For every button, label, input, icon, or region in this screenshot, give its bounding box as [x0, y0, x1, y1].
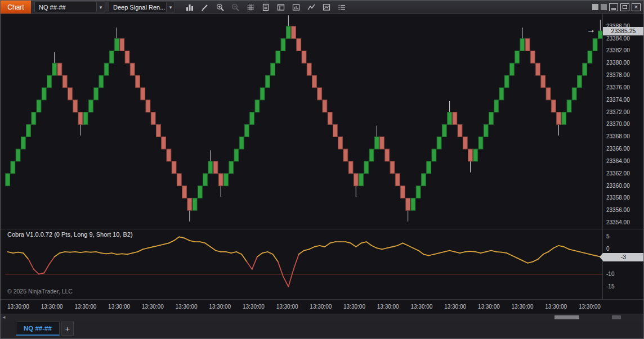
bartype-selector[interactable]: Deep Signal Ren... ▾ [109, 2, 175, 12]
price-tick-label: 23372.00 [606, 109, 630, 116]
close-button[interactable]: × [632, 3, 641, 11]
time-label: 13:30:00 [142, 304, 164, 310]
pencil-icon [200, 3, 209, 12]
minimize-icon [611, 8, 616, 10]
time-label: 13:30:00 [410, 304, 432, 310]
instrument-selector[interactable]: NQ ##-## ▾ [34, 2, 105, 12]
price-tick-label: 23358.00 [606, 195, 630, 201]
time-label: 13:30:00 [343, 304, 365, 310]
tab-nq[interactable]: NQ ##-## [16, 322, 60, 336]
zoom-in-icon [216, 3, 225, 12]
close-icon: × [634, 4, 638, 10]
data-panel-button[interactable] [273, 1, 288, 13]
chart-window-icon [292, 3, 301, 12]
indicators-button[interactable] [319, 1, 334, 13]
chevron-down-icon: ▾ [96, 2, 105, 12]
time-label: 13:30:00 [545, 304, 567, 310]
time-label: 13:30:00 [243, 304, 265, 310]
interval-link-button[interactable] [601, 4, 607, 10]
indicator-panel: Cobra V1.0.0.72 (0 Pts, Long 9, Short 10… [5, 229, 603, 299]
chevron-down-icon: ▾ [166, 2, 175, 12]
list-icon [337, 3, 346, 12]
time-label: 13:30:00 [377, 304, 399, 310]
indicator-axis[interactable]: 50-10-15 [602, 229, 644, 299]
price-tick-label: 23380.00 [606, 60, 630, 66]
scroll-left-icon[interactable]: ◄ [2, 315, 6, 320]
line-study-button[interactable] [303, 1, 319, 13]
maximize-icon [623, 5, 627, 9]
zoom-out-button[interactable] [227, 1, 243, 13]
instrument-link-button[interactable] [592, 4, 598, 10]
chart-window: Chart NQ ##-## ▾ Deep Signal Ren... ▾ [0, 0, 644, 339]
indicator-last-badge: -3 [603, 253, 644, 261]
report-button[interactable] [258, 1, 273, 13]
price-tick-label: 23368.00 [606, 133, 630, 140]
crosshair-grid-button[interactable] [243, 1, 258, 13]
price-tick-label: 23362.00 [606, 170, 630, 177]
time-label: 13:30:00 [276, 304, 298, 310]
price-tick-label: 23370.00 [606, 121, 630, 128]
tab-bar: NQ ##-## + [1, 320, 644, 338]
add-tab-button[interactable]: + [61, 322, 74, 336]
scrollbar[interactable]: ◄ [1, 314, 644, 320]
time-label: 13:30:00 [41, 304, 63, 310]
price-tick-label: 23354.00 [606, 219, 630, 226]
time-label: 13:30:00 [512, 304, 534, 310]
price-tick-label: 23356.00 [606, 207, 630, 214]
last-price-badge: 23385.25 [603, 27, 644, 35]
indicator-chart[interactable] [5, 229, 603, 299]
time-label: 13:30:00 [108, 304, 130, 310]
document-icon [261, 3, 270, 12]
price-tick-label: 23382.00 [606, 47, 630, 54]
indicator-tick-label: 5 [606, 233, 610, 240]
toolbar: Chart NQ ##-## ▾ Deep Signal Ren... ▾ [1, 1, 643, 14]
time-label: 13:30:00 [176, 304, 198, 310]
scrollbar-grip[interactable] [612, 315, 621, 319]
price-axis[interactable]: 23386.0023384.0023382.0023380.0023378.00… [602, 14, 644, 229]
copyright-text: © 2025 NinjaTrader, LLC [7, 288, 73, 295]
maximize-button[interactable] [620, 3, 629, 11]
indicator-tick-label: -10 [606, 271, 614, 278]
chart-region: 23386.0023384.0023382.0023380.0023378.00… [1, 14, 644, 314]
time-label: 13:30:00 [310, 304, 332, 310]
renko-chart[interactable] [5, 14, 603, 229]
zoom-out-icon [231, 3, 240, 12]
time-label: 13:30:00 [579, 304, 601, 310]
price-tick-label: 23366.00 [606, 146, 630, 152]
time-label: 13:30:00 [209, 304, 231, 310]
scrollbar-handle[interactable] [554, 315, 579, 319]
indicator-tick-label: 0 [606, 246, 610, 252]
time-axis[interactable]: 13:30:0013:30:0013:30:0013:30:0013:30:00… [5, 300, 603, 314]
bartype-selector-value: Deep Signal Ren... [109, 4, 166, 11]
zigzag-icon [307, 3, 316, 12]
price-tick-label: 23376.00 [606, 84, 630, 91]
tab-label: NQ ##-## [24, 325, 52, 332]
draw-button[interactable] [197, 1, 212, 13]
indicator-label: Cobra V1.0.0.72 (0 Pts, Long 9, Short 10… [7, 231, 133, 238]
indicator-tick-label: -15 [606, 283, 614, 290]
instrument-selector-value: NQ ##-## [35, 4, 96, 11]
window-controls: × [590, 3, 643, 11]
toolbar-icon-group [182, 1, 349, 13]
zoom-in-button[interactable] [212, 1, 227, 13]
price-tick-label: 23384.00 [606, 35, 630, 42]
price-tick-label: 23374.00 [606, 97, 630, 103]
price-tick-label: 23364.00 [606, 158, 630, 165]
price-tick-label: 23378.00 [606, 72, 630, 79]
indicator-window-icon [322, 3, 331, 12]
time-label: 13:30:00 [74, 304, 96, 310]
last-price-arrow-icon: → [587, 25, 596, 35]
time-label: 13:30:00 [7, 304, 29, 310]
time-label: 13:30:00 [478, 304, 500, 310]
minimize-button[interactable] [609, 3, 618, 11]
grid-icon [246, 3, 255, 12]
window-title-button[interactable]: Chart [1, 1, 31, 13]
bars-icon [185, 3, 194, 12]
properties-button[interactable] [334, 1, 349, 13]
chart-trader-button[interactable] [288, 1, 303, 13]
panel-icon [276, 3, 285, 12]
time-label: 13:30:00 [444, 304, 466, 310]
price-tick-label: 23360.00 [606, 183, 630, 189]
chart-style-button[interactable] [182, 1, 197, 13]
